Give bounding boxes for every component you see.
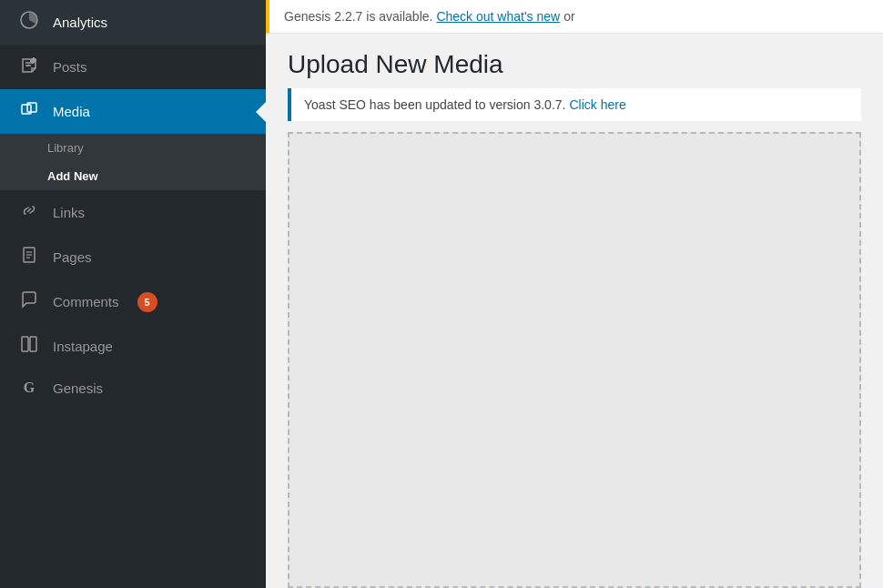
- sidebar-item-comments-label: Comments: [53, 294, 119, 309]
- media-submenu: Library Add New: [0, 134, 266, 190]
- media-icon: [18, 100, 40, 123]
- posts-icon: [18, 56, 40, 78]
- genesis-icon: G: [18, 380, 40, 396]
- pages-icon: [18, 246, 40, 269]
- sidebar-item-comments[interactable]: Comments 5: [0, 279, 266, 324]
- sidebar-item-links-label: Links: [53, 205, 85, 220]
- sidebar-item-posts[interactable]: Posts: [0, 45, 266, 89]
- sidebar-item-instapage-label: Instapage: [53, 339, 113, 354]
- yoast-notice-link[interactable]: Click here: [569, 97, 625, 112]
- sidebar-item-analytics-label: Analytics: [53, 15, 107, 30]
- sidebar-item-genesis[interactable]: G Genesis: [0, 369, 266, 407]
- genesis-notice-suffix: or: [563, 9, 574, 24]
- sidebar-item-links[interactable]: Links: [0, 190, 266, 235]
- yoast-notice-text: Yoast SEO has been updated to version 3.…: [304, 97, 565, 112]
- sidebar: Analytics Posts Media Library: [0, 0, 266, 588]
- submenu-item-add-new[interactable]: Add New: [0, 162, 266, 190]
- sidebar-item-posts-label: Posts: [53, 59, 87, 75]
- svg-rect-10: [22, 337, 28, 351]
- sidebar-item-instapage[interactable]: Instapage: [0, 324, 266, 369]
- sidebar-item-genesis-label: Genesis: [53, 380, 103, 396]
- links-icon: [18, 201, 40, 224]
- sidebar-item-media[interactable]: Media: [0, 89, 266, 134]
- genesis-notice-bar: Genesis 2.2.7 is available. Check out wh…: [266, 0, 883, 34]
- page-title: Upload New Media: [266, 34, 883, 88]
- sidebar-item-pages-label: Pages: [53, 249, 92, 265]
- instapage-icon: [18, 335, 40, 358]
- genesis-notice-text: Genesis 2.2.7 is available.: [284, 9, 432, 24]
- analytics-icon: [18, 11, 40, 34]
- submenu-item-library[interactable]: Library: [0, 134, 266, 162]
- sidebar-item-analytics[interactable]: Analytics: [0, 0, 266, 45]
- sidebar-item-media-label: Media: [53, 104, 90, 119]
- comments-badge: 5: [137, 292, 157, 312]
- main-content: Genesis 2.2.7 is available. Check out wh…: [266, 0, 883, 588]
- genesis-notice-link[interactable]: Check out what's new: [436, 9, 560, 24]
- sidebar-item-pages[interactable]: Pages: [0, 235, 266, 279]
- yoast-notice: Yoast SEO has been updated to version 3.…: [288, 88, 861, 121]
- svg-rect-11: [30, 337, 36, 351]
- comments-icon: [18, 290, 40, 313]
- upload-drop-zone[interactable]: [288, 132, 861, 588]
